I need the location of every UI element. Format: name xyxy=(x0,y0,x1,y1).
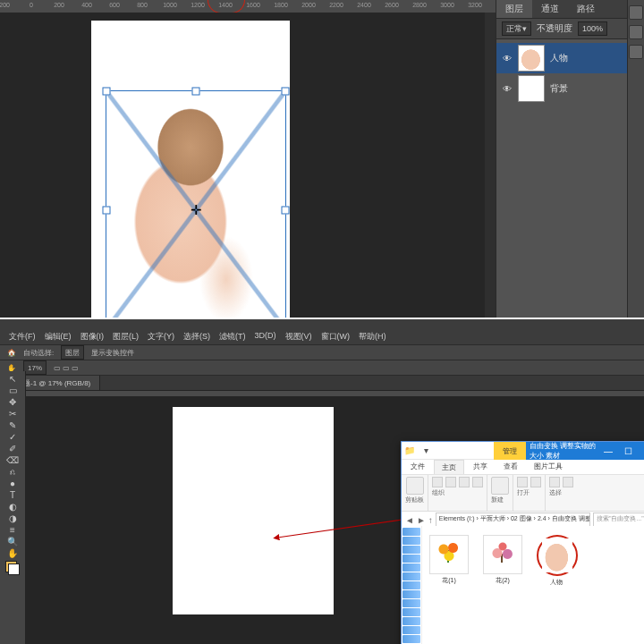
ribbon-tab[interactable]: 查看 xyxy=(496,460,525,474)
layers-panel: 图层 通道 路径 正常 ▾ 不透明度 100% 👁 人物 👁 背景 🔒 xyxy=(496,0,644,318)
nav-item[interactable] xyxy=(402,537,420,545)
tool-button[interactable]: ≡ xyxy=(7,524,19,536)
nav-up-icon[interactable]: ↑ xyxy=(428,515,433,525)
nav-item[interactable] xyxy=(402,635,420,643)
tool-button[interactable]: ● xyxy=(7,478,19,489)
tool-button[interactable]: ◐ xyxy=(7,501,19,513)
options-bar-2: ✋ 17% ▭ ▭ ▭ xyxy=(0,360,644,376)
nav-pane[interactable] xyxy=(402,526,422,644)
newfolder-icon[interactable] xyxy=(491,477,509,495)
layer-row[interactable]: 👁 背景 🔒 xyxy=(496,73,644,104)
selectnone-icon[interactable] xyxy=(563,477,573,487)
menu-item[interactable]: 滤镜(T) xyxy=(219,331,246,343)
search-field[interactable]: 搜索"自由变换..." xyxy=(593,513,644,528)
tool-button[interactable]: 🔍 xyxy=(7,536,19,547)
properties-icon[interactable] xyxy=(517,477,528,487)
menu-item[interactable]: 图像(I) xyxy=(80,331,105,343)
transform-box[interactable]: ✛ xyxy=(106,90,286,318)
blend-mode-select[interactable]: 正常 ▾ xyxy=(502,21,531,36)
canvas-stage-2[interactable]: 📁 ▾ 管理 自由变换 调整实物的大小 素材 — ☐ ✕ 文件主页共享查看图片工… xyxy=(25,396,644,644)
dock-icon[interactable] xyxy=(629,45,643,59)
delete-icon[interactable] xyxy=(459,477,470,487)
file-item[interactable]: 花(1) xyxy=(429,535,469,585)
document-canvas-2[interactable] xyxy=(173,407,334,614)
nav-item[interactable] xyxy=(402,572,420,580)
file-explorer-window[interactable]: 📁 ▾ 管理 自由变换 调整实物的大小 素材 — ☐ ✕ 文件主页共享查看图片工… xyxy=(401,441,644,644)
tab-channels[interactable]: 通道 xyxy=(532,0,568,18)
layer-thumbnail[interactable] xyxy=(518,75,545,102)
nav-item[interactable] xyxy=(402,528,420,536)
tab-paths[interactable]: 路径 xyxy=(568,0,604,18)
visibility-icon[interactable]: 👁 xyxy=(502,54,513,64)
document-canvas[interactable]: ✛ xyxy=(91,21,290,318)
tool-button[interactable]: ◑ xyxy=(7,513,19,524)
layer-thumbnail[interactable] xyxy=(518,45,545,72)
tool-button[interactable]: ✐ xyxy=(7,443,19,454)
manage-tab[interactable]: 管理 xyxy=(494,442,526,460)
tool-button[interactable]: ✥ xyxy=(7,396,19,408)
nav-item[interactable] xyxy=(402,590,420,598)
zoom-input[interactable]: 17% xyxy=(23,360,47,375)
selectall-icon[interactable] xyxy=(549,477,560,487)
moveto-icon[interactable] xyxy=(432,477,443,487)
menu-item[interactable]: 视图(V) xyxy=(285,331,312,343)
close-button[interactable]: ✕ xyxy=(638,446,644,456)
ribbon-tab[interactable]: 主页 xyxy=(434,460,464,474)
tool-button[interactable]: ✓ xyxy=(7,431,19,443)
menu-item[interactable]: 编辑(E) xyxy=(45,331,72,343)
menu-item[interactable]: 文件(F) xyxy=(9,331,36,343)
nav-item[interactable] xyxy=(402,564,420,572)
menu-item[interactable]: 窗口(W) xyxy=(321,331,351,343)
menu-item[interactable]: 3D(D) xyxy=(255,331,276,343)
dock-icon[interactable] xyxy=(629,5,643,20)
nav-back-icon[interactable]: ◄ xyxy=(405,515,414,525)
file-item[interactable]: 花(2) xyxy=(483,535,522,585)
minimize-button[interactable]: — xyxy=(598,446,618,456)
opt-icons[interactable]: ▭ ▭ ▭ xyxy=(54,364,79,372)
tool-button[interactable]: ↖ xyxy=(7,373,19,385)
qat-icon[interactable]: ▾ xyxy=(418,445,434,455)
nav-item[interactable] xyxy=(402,581,420,589)
tool-button[interactable]: ✋ xyxy=(7,547,19,559)
path-field[interactable]: Elements (I:) › 平面大师 › 02 图像 › 2.4 › 自由变… xyxy=(436,513,590,528)
nav-item[interactable] xyxy=(402,546,420,554)
dock-icon[interactable] xyxy=(629,25,643,39)
home-icon[interactable]: 🏠 xyxy=(7,349,16,357)
open-icon[interactable] xyxy=(530,477,541,487)
nav-fwd-icon[interactable]: ► xyxy=(417,515,426,525)
menu-item[interactable]: 帮助(H) xyxy=(359,331,386,343)
file-list[interactable]: 花(1)花(2)人物 xyxy=(422,526,644,644)
menu-item[interactable]: 文字(Y) xyxy=(148,331,174,343)
maximize-button[interactable]: ☐ xyxy=(618,446,638,456)
copyto-icon[interactable] xyxy=(445,477,456,487)
layer-row[interactable]: 👁 人物 xyxy=(496,43,644,73)
tool-button[interactable]: ⌫ xyxy=(7,454,19,466)
nav-item[interactable] xyxy=(402,617,420,625)
scrollbar-vertical[interactable] xyxy=(485,13,496,318)
autoselect-target[interactable]: 图层 xyxy=(61,345,84,360)
menu-item[interactable]: 选择(S) xyxy=(183,331,210,343)
nav-item[interactable] xyxy=(402,599,420,607)
nav-item[interactable] xyxy=(402,626,420,634)
color-swatch[interactable] xyxy=(5,561,20,575)
ribbon-tab[interactable]: 图片工具 xyxy=(527,460,570,474)
ribbon-group-new: 新建 xyxy=(487,475,513,511)
ribbon-tab[interactable]: 文件 xyxy=(403,460,432,474)
ribbon-tab[interactable]: 共享 xyxy=(466,460,495,474)
panel-tabs: 图层 通道 路径 xyxy=(496,0,644,19)
opacity-input[interactable]: 100% xyxy=(578,21,607,36)
nav-item[interactable] xyxy=(402,608,420,616)
menu-item[interactable]: 图层(L) xyxy=(113,331,139,343)
tool-button[interactable]: ▭ xyxy=(7,385,19,396)
tool-button[interactable]: T xyxy=(7,489,19,501)
file-item[interactable]: 人物 xyxy=(537,535,576,587)
tool-button[interactable]: ✎ xyxy=(7,419,19,431)
visibility-icon[interactable]: 👁 xyxy=(502,84,513,94)
tab-layers[interactable]: 图层 xyxy=(496,0,532,18)
tool-button[interactable]: ⎌ xyxy=(7,466,19,478)
paste-icon[interactable] xyxy=(406,477,424,495)
rename-icon[interactable] xyxy=(472,477,483,487)
nav-item[interactable] xyxy=(402,555,420,563)
canvas-stage[interactable]: ✛ xyxy=(0,13,496,318)
tool-button[interactable]: ✂ xyxy=(7,408,19,419)
